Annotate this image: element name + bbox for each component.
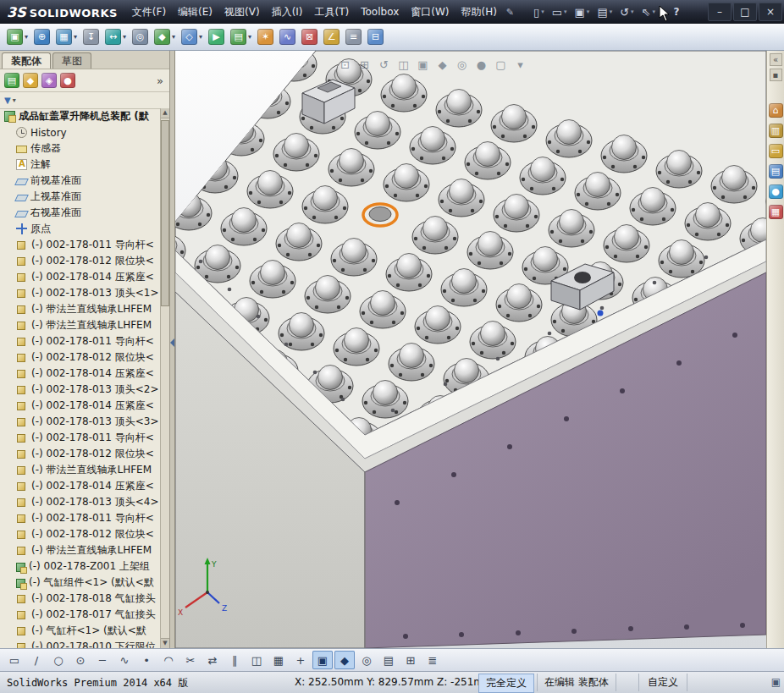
circle-tool-icon[interactable]: ○ bbox=[48, 651, 69, 669]
tree-item[interactable]: (-) 带法兰直线轴承LHFEM bbox=[0, 301, 161, 317]
assembly-features-icon[interactable]: ◆ bbox=[152, 26, 177, 48]
design-table-icon[interactable]: ⊞ bbox=[400, 651, 421, 669]
previous-view-icon[interactable]: ↺ bbox=[375, 56, 393, 74]
show-hidden-components-icon[interactable]: ◎ bbox=[130, 26, 150, 48]
tree-item[interactable]: (-) 002-178-013 顶头<2> bbox=[0, 382, 161, 398]
task-pane-toggle-icon[interactable]: ▣ bbox=[771, 676, 781, 688]
tree-item[interactable]: (-) 002-178-010 下行限位 bbox=[0, 639, 161, 648]
view-palette-icon[interactable]: ▤ bbox=[769, 164, 783, 179]
mate-icon[interactable]: ⊕ bbox=[32, 26, 52, 48]
tree-item[interactable]: (-) 002-178-011 导向杆< bbox=[0, 510, 161, 526]
scroll-down-icon[interactable]: ▼ bbox=[161, 638, 169, 648]
tree-item[interactable]: History bbox=[0, 124, 161, 140]
zoom-to-fit-icon[interactable]: ⊡ bbox=[336, 56, 354, 74]
taskpane-pin-icon[interactable]: ▪ bbox=[770, 69, 782, 81]
centerline-tool-icon[interactable]: ─ bbox=[92, 651, 113, 669]
tree-item[interactable]: 前视基准面 bbox=[0, 173, 161, 189]
tree-item[interactable]: (-) 002-178-011 导向杆< bbox=[0, 333, 161, 349]
perimeter-circle-tool-icon[interactable]: ⊙ bbox=[70, 651, 91, 669]
linear-sketch-pattern-icon[interactable]: ▦ bbox=[268, 651, 289, 669]
view-orientation-icon[interactable]: ▣ bbox=[414, 56, 432, 74]
smart-fasteners-icon[interactable]: ↧ bbox=[81, 26, 101, 48]
tree-item[interactable]: (-) 002-178-014 压紧座< bbox=[0, 366, 161, 382]
insert-component-icon[interactable]: ▣ bbox=[5, 26, 30, 48]
tree-item[interactable]: (-) 气缸组件<1> (默认<默 bbox=[0, 575, 161, 591]
tree-item[interactable]: (-) 气缸杆<1> (默认<默 bbox=[0, 623, 161, 639]
menu-item[interactable]: 视图(V) bbox=[218, 2, 266, 23]
section-view-icon[interactable]: ◫ bbox=[395, 56, 412, 74]
save-icon[interactable]: ▣ bbox=[572, 3, 593, 20]
tree-item[interactable]: (-) 002-178-017 气缸接头 bbox=[0, 607, 161, 623]
display-style-icon[interactable]: ◆ bbox=[433, 56, 451, 74]
configurationmanager-icon[interactable]: ◈ bbox=[41, 73, 57, 88]
mass-properties-icon[interactable]: ≡ bbox=[344, 26, 363, 48]
tree-item[interactable]: (-) 002-178-Z001 上架组 bbox=[0, 558, 161, 575]
print-icon[interactable]: ▤ bbox=[594, 3, 615, 20]
tree-item[interactable]: (-) 002-178-014 压紧座< bbox=[0, 478, 161, 494]
menu-pin-icon[interactable]: ✎ bbox=[506, 7, 514, 18]
scrollbar-thumb[interactable] bbox=[161, 120, 169, 306]
reference-geometry-icon[interactable]: ◇ bbox=[179, 26, 204, 48]
model-viewport[interactable]: Y X Z bbox=[175, 51, 766, 648]
tree-item[interactable]: (-) 002-178-011 导向杆< bbox=[0, 237, 161, 253]
bill-of-materials-icon[interactable]: ▤ bbox=[229, 26, 253, 48]
offset-entities-icon[interactable]: ∥ bbox=[224, 651, 245, 669]
spline-tool-icon[interactable]: ∿ bbox=[114, 651, 135, 669]
tree-item[interactable]: (-) 002-178-012 限位块< bbox=[0, 446, 161, 462]
file-explorer-icon[interactable]: ▭ bbox=[769, 144, 783, 158]
view-settings-icon[interactable]: ▾ bbox=[511, 56, 529, 74]
explode-line-sketch-icon[interactable]: ∿ bbox=[278, 26, 297, 48]
shaded-with-edges-icon[interactable]: ◆ bbox=[334, 651, 355, 669]
menu-item[interactable]: 帮助(H) bbox=[455, 2, 502, 23]
hide-show-items-icon[interactable]: ◎ bbox=[356, 651, 377, 669]
bom-table-icon[interactable]: ▤ bbox=[378, 651, 399, 669]
menu-item[interactable]: 窗口(W) bbox=[405, 2, 455, 23]
menu-item[interactable]: 文件(F) bbox=[126, 2, 172, 23]
select-icon[interactable]: ⇖ bbox=[639, 3, 658, 20]
tree-scrollbar[interactable]: ▲ ▼ bbox=[160, 108, 169, 648]
custom-properties-icon[interactable]: ▦ bbox=[769, 205, 783, 219]
panel-expand-icon[interactable]: » bbox=[157, 74, 165, 87]
menu-item[interactable]: Toolbox bbox=[355, 3, 405, 21]
convert-entities-icon[interactable]: ⇄ bbox=[202, 651, 223, 669]
tree-item[interactable]: (-) 带法兰直线轴承LHFEM bbox=[0, 542, 161, 558]
apply-scene-icon[interactable]: ▢ bbox=[492, 56, 510, 74]
hide-show-items-icon[interactable]: ◎ bbox=[453, 56, 471, 74]
design-library-icon[interactable]: ▥ bbox=[769, 124, 783, 138]
mirror-entities-icon[interactable]: ◫ bbox=[246, 651, 267, 669]
menu-item[interactable]: 插入(I) bbox=[266, 2, 309, 23]
edit-appearance-icon[interactable]: ● bbox=[472, 56, 490, 74]
tree-item[interactable]: (-) 002-178-012 限位块< bbox=[0, 526, 161, 542]
tree-item[interactable]: (-) 002-178-014 压紧座< bbox=[0, 398, 161, 414]
graphics-area[interactable]: Y X Z ⊡⊞↺◫▣◆◎●▢▾ bbox=[175, 51, 766, 648]
solidworks-resources-icon[interactable]: ⌂ bbox=[769, 103, 783, 118]
appearances-icon[interactable]: ● bbox=[769, 184, 783, 199]
dimxpertmanager-icon[interactable]: ● bbox=[60, 73, 75, 88]
open-icon[interactable]: ▭ bbox=[549, 3, 570, 20]
scroll-up-icon[interactable]: ▲ bbox=[161, 108, 169, 118]
grid-icon[interactable]: ≣ bbox=[422, 651, 443, 669]
tree-filter-row[interactable]: ▼ ▾ bbox=[0, 92, 169, 109]
new-document-icon[interactable]: ▯ bbox=[531, 3, 547, 20]
line-tool-icon[interactable]: / bbox=[26, 651, 47, 669]
linear-component-pattern-icon[interactable]: ▦ bbox=[54, 26, 79, 48]
point-tool-icon[interactable]: • bbox=[136, 651, 157, 669]
measure-icon[interactable]: ∠ bbox=[322, 26, 341, 48]
help-icon[interactable]: ? bbox=[669, 4, 684, 19]
trim-entities-icon[interactable]: ✂ bbox=[180, 651, 201, 669]
tree-item[interactable]: (-) 带法兰直线轴承LHFEM bbox=[0, 462, 161, 478]
section-properties-icon[interactable]: ⊟ bbox=[366, 26, 385, 48]
tree-item[interactable]: (-) 002-178-012 限位块< bbox=[0, 349, 161, 366]
exploded-view-icon[interactable]: ✶ bbox=[256, 26, 275, 48]
tree-item[interactable]: 上视基准面 bbox=[0, 189, 161, 205]
tree-item[interactable]: (-) 002-178-011 导向杆< bbox=[0, 430, 161, 446]
tree-item[interactable]: (-) 002-178-013 顶头<1> bbox=[0, 285, 161, 301]
tree-item[interactable]: 原点 bbox=[0, 221, 161, 237]
undo-icon[interactable]: ↺ bbox=[617, 3, 636, 20]
panel-collapse-icon[interactable] bbox=[170, 338, 174, 347]
taskpane-collapse-icon[interactable]: « bbox=[770, 53, 782, 66]
interference-detection-icon[interactable]: ⊠ bbox=[300, 26, 319, 48]
tree-item[interactable]: (-) 带法兰直线轴承LHFEM bbox=[0, 317, 161, 333]
menu-item[interactable]: 编辑(E) bbox=[172, 2, 218, 23]
new-motion-study-icon[interactable]: ▶ bbox=[207, 26, 226, 48]
